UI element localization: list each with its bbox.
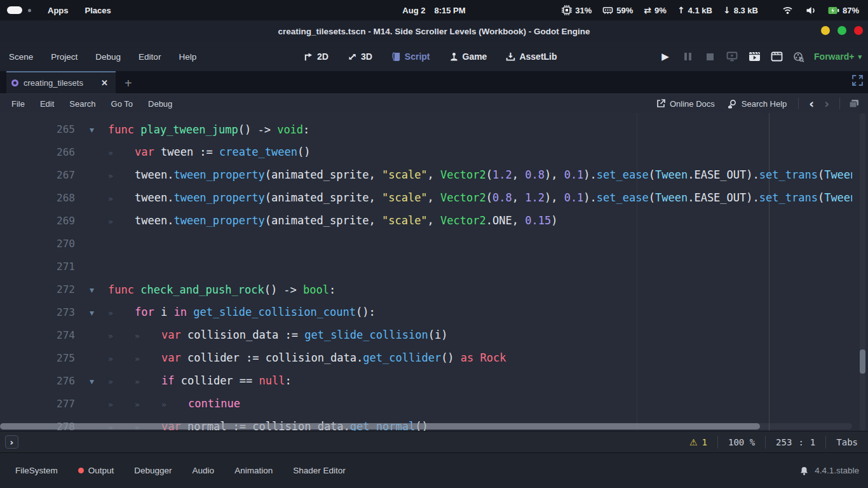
panel-animation[interactable]: Animation xyxy=(227,462,280,479)
token-fn: create_tween xyxy=(219,146,297,158)
line-number[interactable]: 273 xyxy=(0,301,75,324)
scripts-panel-toggle-button[interactable] xyxy=(845,97,863,111)
minimize-button[interactable] xyxy=(821,26,830,35)
menu-project[interactable]: Project xyxy=(42,48,86,65)
play-custom-scene-button[interactable] xyxy=(770,50,783,64)
expand-icon xyxy=(852,75,863,86)
history-forward-button[interactable]: › xyxy=(819,97,834,111)
workspace-2d[interactable]: 2D xyxy=(297,48,335,65)
indent-tab-icon: » xyxy=(108,348,135,370)
line-number[interactable]: 268 xyxy=(0,187,75,210)
code-line[interactable]: 276▾»»if collider == null: xyxy=(0,370,852,393)
play-button[interactable]: ▶ xyxy=(658,50,672,64)
renderer-selector[interactable]: Forward+ ▾ xyxy=(814,51,862,62)
pause-button[interactable] xyxy=(681,50,695,64)
movie-maker-button[interactable] xyxy=(792,50,806,64)
play-scene-button[interactable] xyxy=(747,50,761,64)
script-menu-debug[interactable]: Debug xyxy=(140,97,180,111)
line-number[interactable]: 271 xyxy=(0,255,75,278)
panel-filesystem[interactable]: FileSystem xyxy=(8,462,65,479)
line-number[interactable]: 265 xyxy=(0,118,75,141)
workspace-script[interactable]: Script xyxy=(385,48,437,65)
bottom-panel-expand-button[interactable]: › xyxy=(5,435,18,449)
indent-mode[interactable]: Tabs xyxy=(826,437,868,447)
vertical-scrollbar-thumb[interactable] xyxy=(860,349,865,374)
online-docs-button[interactable]: Online Docs xyxy=(650,97,721,111)
code-editor[interactable]: 265▾func play_tween_jump() -> void:266»v… xyxy=(0,113,868,431)
code-line[interactable]: 266»var tween := create_tween() xyxy=(0,141,852,164)
token-fn: tween_property xyxy=(173,214,264,227)
code-line[interactable]: 269»tween.tween_property(animated_sprite… xyxy=(0,210,852,233)
code-line[interactable]: 272▾func check_and_push_rock() -> bool: xyxy=(0,278,852,301)
notification-bell-icon[interactable] xyxy=(799,466,809,476)
line-number[interactable]: 270 xyxy=(0,233,75,255)
system-tray[interactable]: 31% 59% ⇄ 9% ↑ 4.1 kB ↓ 8.3 kB xyxy=(551,5,859,15)
line-number[interactable]: 266 xyxy=(0,141,75,164)
distraction-free-button[interactable] xyxy=(852,75,863,88)
code-line[interactable]: 275»»var collider := collision_data.get_… xyxy=(0,347,852,370)
maximize-button[interactable] xyxy=(837,26,846,35)
fold-arrow-icon[interactable]: ▾ xyxy=(75,370,108,393)
menu-help[interactable]: Help xyxy=(170,48,205,65)
menu-scene[interactable]: Scene xyxy=(0,48,42,65)
token-fn: get_slide_collision_count xyxy=(193,306,356,318)
menu-debug[interactable]: Debug xyxy=(86,48,130,65)
close-window-button[interactable] xyxy=(854,26,863,35)
code-line[interactable]: 277»»»continue xyxy=(0,393,852,416)
indent-tab-icon: » xyxy=(108,302,135,325)
fold-arrow-icon[interactable]: ▾ xyxy=(75,278,108,301)
script-menu-search[interactable]: Search xyxy=(62,97,103,111)
close-tab-icon[interactable]: ✕ xyxy=(98,77,111,89)
remote-debug-button[interactable] xyxy=(725,50,739,64)
caret-line: 253 xyxy=(776,437,792,447)
panel-output[interactable]: Output xyxy=(71,462,122,479)
remote-debug-icon xyxy=(726,51,738,62)
token-tx: () -> xyxy=(264,283,303,296)
scene-tab-active[interactable]: creating_tilesets ✕ xyxy=(6,71,116,93)
token-tx: : xyxy=(303,123,309,136)
line-number[interactable]: 277 xyxy=(0,393,75,416)
clock[interactable]: Aug 2 8:15 PM xyxy=(402,6,465,15)
workspace-dot-icon[interactable] xyxy=(28,9,31,12)
script-menu-file[interactable]: File xyxy=(4,97,32,111)
code-line[interactable]: 270 xyxy=(0,233,852,255)
panel-debugger[interactable]: Debugger xyxy=(126,462,179,479)
line-number[interactable]: 267 xyxy=(0,164,75,187)
code-line[interactable]: 273▾»for i in get_slide_collision_count(… xyxy=(0,301,852,324)
activities-pill-icon[interactable] xyxy=(7,6,22,14)
apps-menu[interactable]: Apps xyxy=(48,6,69,15)
caret-position[interactable]: 253 : 1 xyxy=(766,437,825,447)
places-menu[interactable]: Places xyxy=(85,6,111,15)
history-back-button[interactable]: ‹ xyxy=(804,97,819,111)
workspace-3d[interactable]: 3D xyxy=(341,48,379,65)
panel-audio[interactable]: Audio xyxy=(185,462,222,479)
token-tx: collider == xyxy=(174,374,259,387)
line-number[interactable]: 276 xyxy=(0,370,75,393)
fold-arrow-icon[interactable]: ▾ xyxy=(75,118,108,141)
horizontal-scrollbar-thumb[interactable] xyxy=(0,423,760,430)
token-tx: ). xyxy=(583,168,596,181)
menu-editor[interactable]: Editor xyxy=(130,48,170,65)
window-title-bar[interactable]: creating_tilesets.tscn - M14. Side Scrol… xyxy=(0,20,868,42)
line-number[interactable]: 272 xyxy=(0,278,75,301)
new-tab-button[interactable]: + xyxy=(125,76,132,91)
workspace-assetlib[interactable]: AssetLib xyxy=(499,48,563,65)
code-line[interactable]: 268»tween.tween_property(animated_sprite… xyxy=(0,187,852,210)
script-menu-goto[interactable]: Go To xyxy=(104,97,140,111)
panel-shader-editor[interactable]: Shader Editor xyxy=(285,462,353,479)
line-number[interactable]: 274 xyxy=(0,324,75,347)
code-line[interactable]: 267»tween.tween_property(animated_sprite… xyxy=(0,164,852,187)
line-number[interactable]: 269 xyxy=(0,210,75,233)
search-help-button[interactable]: Search Help xyxy=(721,97,794,111)
vertical-scrollbar-track[interactable] xyxy=(860,113,865,431)
stop-button[interactable] xyxy=(703,50,717,64)
code-line[interactable]: 265▾func play_tween_jump() -> void: xyxy=(0,118,852,141)
line-number[interactable]: 275 xyxy=(0,347,75,370)
fold-arrow-icon[interactable]: ▾ xyxy=(75,301,108,324)
workspace-game[interactable]: Game xyxy=(443,48,494,65)
script-menu-edit[interactable]: Edit xyxy=(32,97,62,111)
code-line[interactable]: 274»»var collision_data := get_slide_col… xyxy=(0,324,852,347)
code-line[interactable]: 271 xyxy=(0,255,852,278)
warnings-indicator[interactable]: ⚠ 1 xyxy=(679,437,717,447)
editor-zoom[interactable]: 100 % xyxy=(718,437,765,447)
